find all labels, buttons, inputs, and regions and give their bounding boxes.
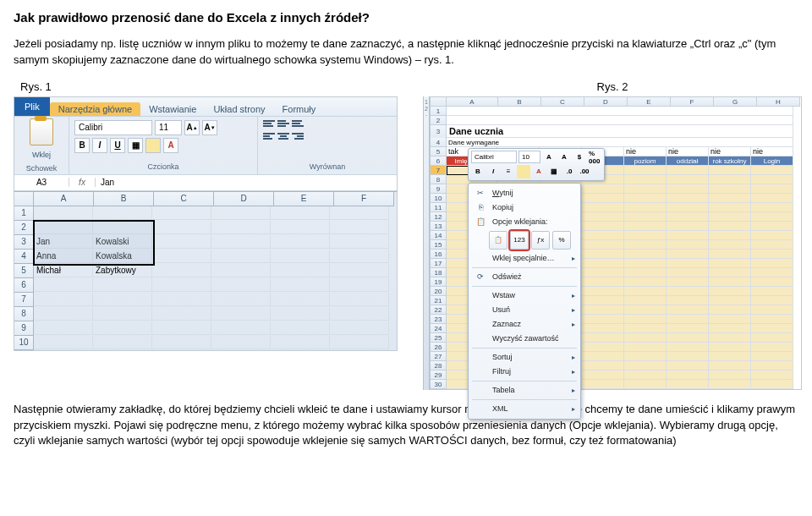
paste-option-all[interactable]: 📋: [489, 231, 508, 250]
cell[interactable]: [667, 305, 709, 315]
cell[interactable]: [751, 268, 793, 277]
cell[interactable]: [624, 296, 667, 305]
cell[interactable]: [624, 259, 667, 268]
cell[interactable]: [751, 250, 793, 259]
cell[interactable]: [709, 212, 751, 222]
cell[interactable]: [624, 203, 667, 212]
mini-bold[interactable]: B: [471, 165, 485, 178]
col-header[interactable]: C: [541, 97, 584, 107]
row-header[interactable]: 23: [431, 315, 447, 324]
col-header[interactable]: B: [498, 97, 541, 107]
mini-decimals-dec[interactable]: .00: [578, 165, 591, 178]
align-bottom-icon[interactable]: [292, 120, 304, 130]
col-header[interactable]: A: [34, 192, 94, 206]
cell[interactable]: [709, 333, 751, 343]
row-header[interactable]: 18: [431, 268, 447, 277]
cell[interactable]: [667, 175, 709, 184]
cell[interactable]: [751, 296, 793, 305]
row-header[interactable]: 19: [431, 277, 447, 287]
row-header[interactable]: 17: [431, 259, 447, 268]
cell[interactable]: [624, 184, 667, 194]
row-header[interactable]: 24: [431, 324, 447, 333]
cell[interactable]: [751, 231, 793, 240]
cell[interactable]: [624, 240, 667, 250]
mini-font-color[interactable]: A: [532, 165, 546, 178]
mini-percent[interactable]: % 000: [588, 151, 601, 164]
cell[interactable]: Kowalski: [93, 235, 152, 249]
ribbon-tab-home[interactable]: Narzędzia główne: [50, 102, 140, 116]
col-header[interactable]: E: [274, 192, 334, 206]
ctx-sort[interactable]: Sortuj▸: [469, 350, 580, 365]
cell[interactable]: [667, 250, 709, 259]
row-header[interactable]: 4: [14, 250, 34, 264]
row-header[interactable]: 8: [14, 307, 34, 321]
cell[interactable]: [667, 277, 709, 287]
ctx-insert[interactable]: Wstaw▸: [469, 288, 580, 303]
col-header[interactable]: E: [628, 97, 671, 107]
cell[interactable]: [667, 231, 709, 240]
ribbon-tab-formulas[interactable]: Formuły: [274, 102, 325, 116]
cell[interactable]: [709, 240, 751, 250]
cell[interactable]: [751, 324, 793, 333]
cell[interactable]: Zabytkowy: [93, 264, 152, 277]
paste-icon[interactable]: [30, 118, 53, 145]
cell[interactable]: [751, 194, 793, 203]
row-header[interactable]: 7: [14, 293, 34, 307]
cell[interactable]: Michał: [34, 264, 93, 277]
cell[interactable]: [751, 380, 793, 389]
row-header[interactable]: 7: [431, 166, 447, 175]
italic-button[interactable]: I: [92, 138, 107, 153]
col-header[interactable]: H: [757, 97, 800, 107]
cell[interactable]: [667, 268, 709, 277]
cell[interactable]: Jan: [34, 235, 93, 249]
cell[interactable]: [624, 343, 667, 352]
grow-font-button[interactable]: A▲: [184, 120, 200, 135]
select-all-corner[interactable]: [431, 97, 447, 107]
paste-option-formulas[interactable]: ƒx: [531, 231, 550, 250]
cell[interactable]: [624, 361, 667, 371]
cell[interactable]: [709, 203, 751, 212]
cell[interactable]: [751, 343, 793, 352]
cell[interactable]: [667, 240, 709, 250]
row-header[interactable]: 10: [14, 336, 34, 350]
row-header[interactable]: 3: [14, 235, 34, 250]
file-tab[interactable]: Plik: [14, 97, 50, 116]
mini-fill[interactable]: [517, 165, 530, 178]
align-middle-icon[interactable]: [277, 120, 289, 130]
worksheet-grid[interactable]: A B C D E F 1 2 3JanKowalski 4AnnaKowals…: [14, 191, 397, 350]
cell[interactable]: [667, 315, 709, 324]
cell[interactable]: [709, 184, 751, 194]
mini-decimals-inc[interactable]: .0: [562, 165, 576, 178]
col-header[interactable]: D: [584, 97, 628, 107]
cell[interactable]: [624, 352, 667, 361]
ctx-delete[interactable]: Usuń▸: [469, 303, 580, 317]
cell[interactable]: [751, 212, 793, 222]
row-header[interactable]: 6: [14, 278, 34, 293]
cell[interactable]: [751, 333, 793, 343]
cell[interactable]: [667, 352, 709, 361]
row-header[interactable]: 26: [431, 343, 447, 352]
cell[interactable]: [751, 315, 793, 324]
cell[interactable]: [624, 324, 667, 333]
row-header[interactable]: 11: [431, 203, 447, 212]
cell[interactable]: [667, 371, 709, 380]
row-header[interactable]: 21: [431, 296, 447, 305]
mini-size-select[interactable]: 10: [518, 151, 540, 163]
cell[interactable]: [751, 175, 793, 184]
row-header[interactable]: 22: [431, 305, 447, 315]
cell[interactable]: [751, 305, 793, 315]
cell[interactable]: [709, 250, 751, 259]
select-all-corner[interactable]: [14, 192, 34, 206]
col-header[interactable]: D: [214, 192, 274, 206]
row-header[interactable]: 20: [431, 287, 447, 296]
font-size-select[interactable]: 11: [155, 120, 182, 135]
ctx-clear[interactable]: Wyczyść zawartość: [469, 332, 580, 346]
border-button[interactable]: ▦: [128, 138, 143, 153]
ctx-table[interactable]: Tabela▸: [469, 383, 580, 398]
mini-border[interactable]: ▦: [547, 165, 561, 178]
cell[interactable]: [624, 194, 667, 203]
cell[interactable]: [709, 296, 751, 305]
col-header[interactable]: F: [671, 97, 714, 107]
ctx-cut[interactable]: ✂Wytnij: [469, 186, 580, 200]
row-header[interactable]: 8: [431, 175, 447, 184]
